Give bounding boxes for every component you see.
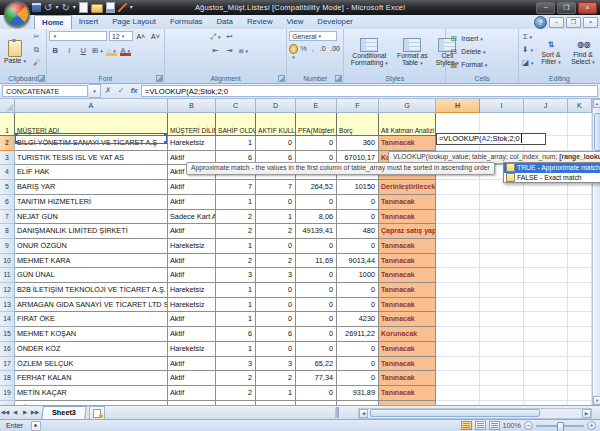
- cell-name[interactable]: ARMAGAN GIDA SANAYİ VE TİCARET LTD STI: [15, 298, 168, 313]
- row-header-18[interactable]: 18: [0, 371, 15, 386]
- alignment-dialog-launcher-icon[interactable]: [278, 75, 285, 82]
- underline-button[interactable]: U: [77, 45, 90, 57]
- cell[interactable]: [568, 386, 592, 401]
- row-header-6[interactable]: 6: [0, 195, 15, 210]
- cell[interactable]: [568, 357, 592, 372]
- cell-segment[interactable]: Aktif: [168, 254, 216, 269]
- cell-name[interactable]: ELİF HAK: [15, 165, 168, 180]
- cell-owned-products[interactable]: 2: [216, 254, 256, 269]
- row-header-10[interactable]: 10: [0, 254, 15, 269]
- cell[interactable]: [480, 327, 524, 342]
- cell-pfa[interactable]: 264,52: [296, 180, 337, 195]
- cell[interactable]: [568, 371, 592, 386]
- tab-split-handle[interactable]: [335, 407, 339, 418]
- bold-button[interactable]: B: [49, 45, 62, 57]
- cell-katman[interactable]: Tanınacak: [379, 312, 436, 327]
- cell[interactable]: [480, 283, 524, 298]
- cell-katman[interactable]: Tanınacak: [379, 342, 436, 357]
- row-header-4[interactable]: 4: [0, 165, 15, 180]
- cell-pfa[interactable]: 0: [296, 327, 337, 342]
- next-sheet-icon[interactable]: ▶: [20, 407, 30, 418]
- delete-cells-button[interactable]: ⊟ Delete: [448, 46, 516, 58]
- cell[interactable]: [568, 224, 592, 239]
- cell-katman[interactable]: Korunacak: [379, 327, 436, 342]
- column-header-h[interactable]: H: [436, 99, 480, 113]
- format-painter-icon[interactable]: 🖌: [30, 57, 43, 69]
- comma-style-icon[interactable]: ,: [309, 43, 316, 55]
- cell-active-products[interactable]: 0: [256, 136, 296, 151]
- tab-formulas[interactable]: Formulas: [163, 15, 210, 28]
- cell-debt[interactable]: 0: [337, 371, 379, 386]
- cell[interactable]: [436, 180, 480, 195]
- tab-insert[interactable]: Insert: [72, 15, 106, 28]
- cell-owned-products[interactable]: 2: [216, 386, 256, 401]
- cell-active-products[interactable]: 1: [256, 386, 296, 401]
- select-all-corner[interactable]: [0, 99, 15, 113]
- column-header-g[interactable]: G: [379, 99, 436, 113]
- cell-owned-products[interactable]: 1: [216, 298, 256, 313]
- cell-owned-products[interactable]: 1: [216, 136, 256, 151]
- scroll-left-icon[interactable]: ◀: [359, 409, 368, 418]
- cell[interactable]: [524, 342, 568, 357]
- row-header-9[interactable]: 9: [0, 239, 15, 254]
- cell-debt[interactable]: 10150: [337, 180, 379, 195]
- cell-katman[interactable]: Tanınacak: [379, 210, 436, 225]
- cell-katman[interactable]: Tanınacak: [379, 195, 436, 210]
- cell-name[interactable]: FIRAT ÖKE: [15, 312, 168, 327]
- cell-owned-products[interactable]: 1: [216, 195, 256, 210]
- cell-katman[interactable]: Tanınacak: [379, 371, 436, 386]
- shrink-font-icon[interactable]: A˅: [149, 31, 162, 43]
- insert-cells-button[interactable]: ⊞ Insert: [448, 33, 516, 45]
- cell-name[interactable]: BİLGİ YÖNETİM SANAYİ VE TİCARET A.Ş: [15, 136, 168, 151]
- cell[interactable]: [524, 386, 568, 401]
- cell-owned-products[interactable]: 1: [216, 283, 256, 298]
- cell-active-products[interactable]: 7: [256, 180, 296, 195]
- cell-name[interactable]: MEHMET KOŞAN: [15, 327, 168, 342]
- page-layout-view-icon[interactable]: [475, 421, 486, 430]
- column-header-k[interactable]: K: [568, 99, 592, 113]
- cell-debt[interactable]: 0: [337, 342, 379, 357]
- column-header-c[interactable]: C: [216, 99, 256, 113]
- cell-owned-products[interactable]: 7: [216, 180, 256, 195]
- cell-debt[interactable]: 0: [337, 210, 379, 225]
- cell-debt[interactable]: 9013,44: [337, 254, 379, 269]
- cell[interactable]: [436, 298, 480, 313]
- cell-segment[interactable]: Sadece Kart Aktif: [168, 210, 216, 225]
- minimize-button[interactable]: −: [536, 2, 555, 14]
- cell-active-products[interactable]: 0: [256, 283, 296, 298]
- cell[interactable]: [524, 312, 568, 327]
- header-cell-a[interactable]: MÜŞTERİ ADI: [15, 113, 168, 136]
- cell[interactable]: [436, 342, 480, 357]
- cell-pfa[interactable]: 0: [296, 342, 337, 357]
- scroll-right-icon[interactable]: ▶: [582, 409, 591, 418]
- prev-sheet-icon[interactable]: ◀: [10, 407, 20, 418]
- cell[interactable]: [568, 195, 592, 210]
- cell[interactable]: [480, 298, 524, 313]
- insert-worksheet-icon[interactable]: [89, 406, 105, 419]
- cell[interactable]: [524, 268, 568, 283]
- header-cell-b[interactable]: MÜŞTERİ DİLİMİ: [168, 113, 216, 136]
- cell[interactable]: [524, 371, 568, 386]
- cell-pfa[interactable]: 11,69: [296, 254, 337, 269]
- number-format-combo[interactable]: General: [289, 31, 337, 41]
- workbook-restore-button[interactable]: ❐: [566, 17, 581, 28]
- cell-debt[interactable]: 1000: [337, 268, 379, 283]
- column-header-j[interactable]: J: [524, 99, 568, 113]
- cell[interactable]: [480, 357, 524, 372]
- name-box[interactable]: CONCATENATE: [2, 85, 88, 97]
- font-color-icon[interactable]: A: [119, 45, 132, 57]
- grow-font-icon[interactable]: A˄: [135, 31, 148, 43]
- cell-segment[interactable]: Hareketsiz: [168, 342, 216, 357]
- header-cell-c[interactable]: SAHİP OLDUĞU ÜRÜN SAYISI: [216, 113, 256, 136]
- decrease-decimal-icon[interactable]: .00: [329, 43, 341, 55]
- align-center-icon[interactable]: [181, 45, 194, 57]
- align-middle-icon[interactable]: [181, 31, 194, 43]
- formula-input[interactable]: =VLOOKUP(A2;Stok;2;0: [141, 85, 598, 97]
- cell[interactable]: [480, 371, 524, 386]
- cell-active-products[interactable]: 2: [256, 224, 296, 239]
- row-header-2[interactable]: 2: [0, 136, 15, 151]
- tab-data[interactable]: Data: [209, 15, 239, 28]
- row-header-8[interactable]: 8: [0, 224, 15, 239]
- clipboard-dialog-launcher-icon[interactable]: [38, 75, 45, 82]
- cell-katman[interactable]: Tanınacak: [379, 386, 436, 401]
